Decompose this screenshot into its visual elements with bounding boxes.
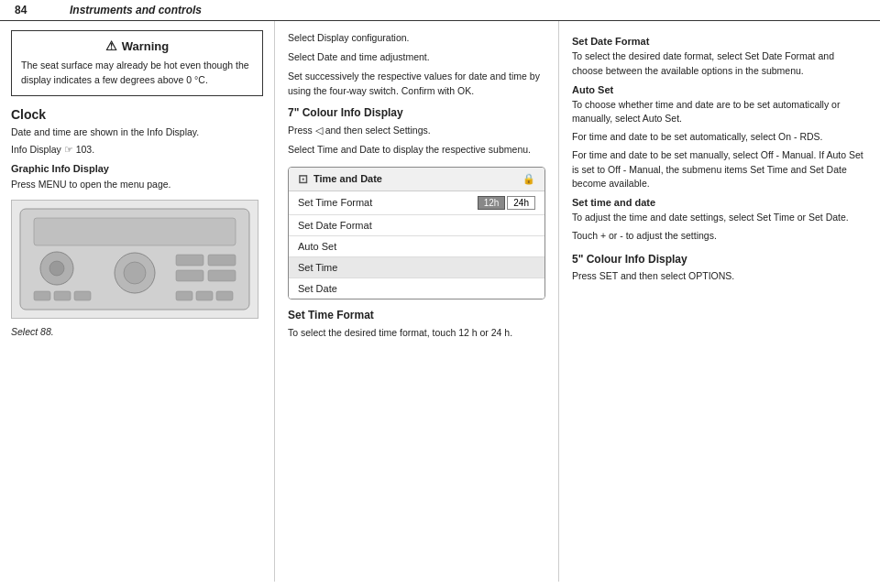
clock-text2: Info Display ☞ 103. — [11, 143, 263, 158]
warning-box: ⚠ Warning The seat surface may already b… — [11, 30, 263, 96]
lock-icon: 🔒 — [522, 173, 535, 185]
clock-text1: Date and time are shown in the Info Disp… — [11, 125, 263, 140]
set-time-row[interactable]: Set Time — [289, 257, 544, 278]
svg-rect-9 — [208, 270, 236, 281]
mid-intro3: Set successively the respective values f… — [288, 69, 545, 100]
time-format-buttons: 12h 24h — [478, 196, 535, 210]
set-time-date-title: Set time and date — [572, 197, 867, 208]
right-column: Set Date Format To select the desired da… — [559, 21, 880, 582]
24h-button[interactable]: 24h — [507, 196, 535, 210]
auto-set-title: Auto Set — [572, 84, 867, 95]
select-time-date-text: Select Time and Date to display the resp… — [288, 142, 545, 158]
page-number: 84 — [15, 4, 51, 16]
middle-column: Select Display configuration. Select Dat… — [275, 21, 559, 582]
set-time-format-desc: To select the desired time format, touch… — [288, 325, 545, 341]
set-date-format-row[interactable]: Set Date Format — [289, 215, 544, 236]
svg-rect-7 — [208, 255, 236, 266]
svg-point-3 — [50, 261, 64, 276]
press-settings-text: Press ◁ and then select Settings. — [288, 123, 545, 138]
colour-display-title: 7" Colour Info Display — [288, 106, 545, 119]
5inch-display-title: 5" Colour Info Display — [572, 253, 867, 266]
car-panel-svg — [16, 204, 254, 314]
set-date-row[interactable]: Set Date — [289, 278, 544, 299]
set-time-date-desc1: To adjust the time and date settings, se… — [572, 211, 867, 225]
svg-rect-14 — [196, 291, 213, 300]
set-time-label: Set Time — [298, 262, 337, 273]
mid-intro2: Select Date and time adjustment. — [288, 49, 545, 65]
dialog-title: Time and Date — [314, 173, 382, 184]
time-date-dialog: ⊡ Time and Date 🔒 Set Time Format 12h 24… — [288, 167, 545, 299]
set-date-format-desc: To select the desired date format, selec… — [572, 49, 867, 79]
set-date-format-label: Set Date Format — [298, 220, 372, 231]
set-date-label: Set Date — [298, 283, 337, 294]
select-label: Select 88. — [11, 326, 263, 337]
graphic-info-text: Press MENU to open the menu page. — [11, 178, 263, 192]
svg-rect-6 — [176, 255, 204, 266]
warning-title: ⚠ Warning — [21, 38, 253, 53]
5inch-display-text: Press SET and then select OPTIONS. — [572, 269, 867, 284]
warning-text: The seat surface may already be hot even… — [21, 59, 253, 88]
auto-set-row[interactable]: Auto Set — [289, 236, 544, 257]
svg-rect-12 — [74, 291, 91, 300]
svg-rect-15 — [216, 291, 233, 300]
auto-set-desc1: To choose whether time and date are to b… — [572, 98, 867, 127]
dialog-header: ⊡ Time and Date 🔒 — [289, 168, 544, 191]
mid-intro1: Select Display configuration. — [288, 30, 545, 46]
set-date-format-title: Set Date Format — [572, 36, 867, 47]
svg-rect-11 — [54, 291, 71, 300]
svg-point-5 — [124, 262, 146, 284]
12h-button[interactable]: 12h — [478, 196, 506, 210]
auto-set-label: Auto Set — [298, 241, 336, 252]
auto-set-desc2: For time and date to be set automaticall… — [572, 130, 867, 145]
svg-rect-1 — [34, 218, 236, 245]
page-header: 84 Instruments and controls — [0, 0, 880, 21]
page-title: Instruments and controls — [70, 4, 202, 16]
clock-section-title: Clock — [11, 107, 263, 122]
dialog-menu-icon: ⊡ — [298, 172, 308, 186]
dialog-header-left: ⊡ Time and Date — [298, 172, 382, 186]
graphic-info-title: Graphic Info Display — [11, 163, 263, 174]
warning-icon: ⚠ — [105, 38, 117, 53]
warning-label: Warning — [122, 39, 170, 53]
set-time-date-desc2: Touch + or - to adjust the settings. — [572, 229, 867, 244]
left-column: ⚠ Warning The seat surface may already b… — [0, 21, 275, 582]
svg-rect-13 — [176, 291, 192, 300]
set-time-format-label: Set Time Format — [298, 197, 372, 208]
svg-rect-10 — [34, 291, 50, 300]
car-control-image — [11, 200, 258, 319]
svg-rect-8 — [176, 270, 204, 281]
set-time-format-row[interactable]: Set Time Format 12h 24h — [289, 191, 544, 215]
set-time-format-title: Set Time Format — [288, 309, 545, 321]
auto-set-desc3: For time and date to be set manually, se… — [572, 148, 867, 191]
content-area: ⚠ Warning The seat surface may already b… — [0, 21, 880, 582]
